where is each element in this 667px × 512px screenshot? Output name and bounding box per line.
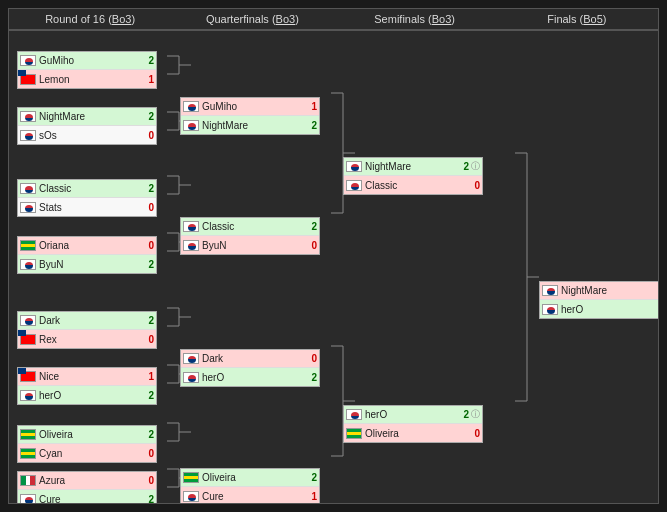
qf-m2-p2: ByuN 0	[181, 236, 319, 254]
qf-m3-p2: herO 2	[181, 368, 319, 386]
header-finals: Finals (Bo5)	[496, 9, 658, 30]
finals-match: NightMare 0 ⓘ herO 3	[539, 281, 659, 319]
r16-m4-p1: Oriana 0	[18, 237, 156, 255]
qf-match-1: GuMiho 1 NightMare 2	[180, 97, 320, 135]
sf-match-2: herO 2 ⓘ Oliveira 0	[343, 405, 483, 443]
r16-match-4: Oriana 0 ByuN 2	[17, 236, 157, 274]
sf-match-1: NightMare 2 ⓘ Classic 0	[343, 157, 483, 195]
flag-kr	[20, 111, 36, 122]
r16-m6-p1: Nice 1	[18, 368, 156, 386]
flag-br	[20, 240, 36, 251]
flag-kr	[20, 315, 36, 326]
flag-kr	[346, 409, 362, 420]
bracket-container: Round of 16 (Bo3) Quarterfinals (Bo3) Se…	[0, 0, 667, 512]
flag-kr	[346, 180, 362, 191]
flag-br	[20, 429, 36, 440]
r16-m1-p2: Lemon 1	[18, 70, 156, 88]
r16-m1-p1: GuMiho 2	[18, 52, 156, 70]
header-sf: Semifinals (Bo3)	[334, 9, 496, 30]
sf-m1-p2: Classic 0	[344, 176, 482, 194]
flag-tw	[20, 74, 36, 85]
flag-kr	[183, 353, 199, 364]
r16-m4-p2: ByuN 2	[18, 255, 156, 273]
r16-match-2: NightMare 2 sOs 0	[17, 107, 157, 145]
r16-m8-p2: Cure 2	[18, 490, 156, 504]
sf-m2-p2: Oliveira 0	[344, 424, 482, 442]
flag-kr	[183, 240, 199, 251]
flag-kr	[346, 161, 362, 172]
flag-kr	[183, 101, 199, 112]
flag-tw	[20, 334, 36, 345]
qf-m4-p2: Cure 1	[181, 487, 319, 504]
r16-m3-p2: Stats 0	[18, 198, 156, 216]
flag-kr	[183, 491, 199, 502]
r16-match-5: Dark 2 Rex 0	[17, 311, 157, 349]
qf-m1-p1: GuMiho 1	[181, 98, 319, 116]
qf-m3-p1: Dark 0	[181, 350, 319, 368]
qf-match-4: Oliveira 2 Cure 1	[180, 468, 320, 504]
r16-m7-p1: Oliveira 2	[18, 426, 156, 444]
flag-kr	[20, 183, 36, 194]
r16-match-1: GuMiho 2 Lemon 1	[17, 51, 157, 89]
flag-it	[20, 475, 36, 486]
flag-kr	[542, 304, 558, 315]
header-qf: Quarterfinals (Bo3)	[171, 9, 333, 30]
flag-br	[346, 428, 362, 439]
qf-m1-p2: NightMare 2	[181, 116, 319, 134]
finals-p1: NightMare 0 ⓘ	[540, 282, 659, 300]
r16-m6-p2: herO 2	[18, 386, 156, 404]
sf-m2-p1: herO 2 ⓘ	[344, 406, 482, 424]
flag-kr	[20, 55, 36, 66]
sf-m1-p1: NightMare 2 ⓘ	[344, 158, 482, 176]
flag-kr	[20, 259, 36, 270]
qf-match-2: Classic 2 ByuN 0	[180, 217, 320, 255]
r16-m3-p1: Classic 2	[18, 180, 156, 198]
bracket-wrapper: Round of 16 (Bo3) Quarterfinals (Bo3) Se…	[8, 8, 659, 504]
qf-m2-p1: Classic 2	[181, 218, 319, 236]
flag-kr	[542, 285, 558, 296]
r16-m7-p2: Cyan 0	[18, 444, 156, 462]
finals-p2: herO 3	[540, 300, 659, 318]
r16-match-8: Azura 0 Cure 2	[17, 471, 157, 504]
flag-br	[20, 448, 36, 459]
info-icon-sf1[interactable]: ⓘ	[471, 160, 480, 173]
qf-match-3: Dark 0 herO 2	[180, 349, 320, 387]
info-icon-sf2[interactable]: ⓘ	[471, 408, 480, 421]
flag-kr	[183, 372, 199, 383]
flag-br	[183, 472, 199, 483]
flag-kr	[20, 130, 36, 141]
flag-kr	[183, 120, 199, 131]
r16-m8-p1: Azura 0	[18, 472, 156, 490]
header-r16: Round of 16 (Bo3)	[9, 9, 171, 30]
r16-match-3: Classic 2 Stats 0	[17, 179, 157, 217]
flag-kr	[20, 494, 36, 505]
r16-m2-p1: NightMare 2	[18, 108, 156, 126]
r16-m5-p2: Rex 0	[18, 330, 156, 348]
r16-match-7: Oliveira 2 Cyan 0	[17, 425, 157, 463]
r16-match-6: Nice 1 herO 2	[17, 367, 157, 405]
r16-m2-p2: sOs 0	[18, 126, 156, 144]
qf-m4-p1: Oliveira 2	[181, 469, 319, 487]
r16-m5-p1: Dark 2	[18, 312, 156, 330]
flag-kr	[20, 202, 36, 213]
flag-tw	[20, 371, 36, 382]
flag-kr	[20, 390, 36, 401]
flag-kr	[183, 221, 199, 232]
